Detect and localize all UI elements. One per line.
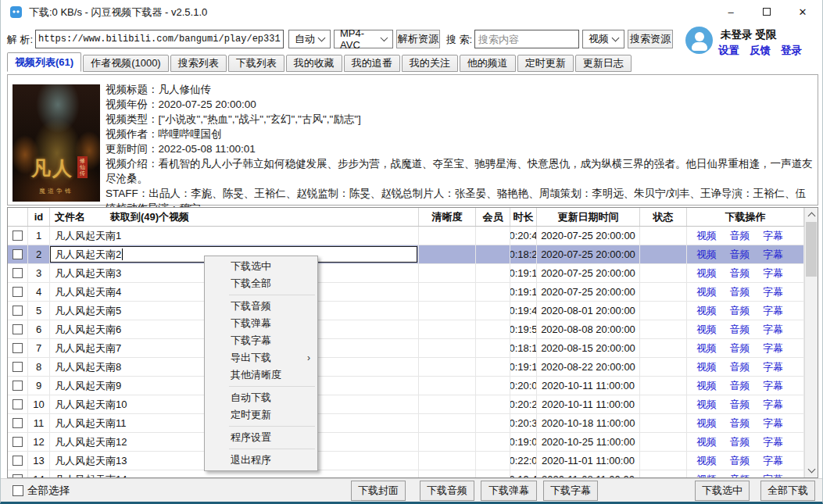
download-subtitle-link[interactable]: 字幕 — [763, 360, 783, 374]
menu-item[interactable]: 程序设置 — [205, 429, 317, 446]
download-audio-link[interactable]: 音频 — [730, 341, 750, 356]
row-checkbox[interactable] — [13, 474, 23, 477]
user-avatar-icon[interactable] — [685, 27, 713, 54]
header-datetime[interactable]: 更新日期时间 — [537, 208, 640, 226]
menu-item[interactable]: 导出下载› — [205, 349, 317, 366]
header-duration[interactable]: 时长 — [510, 208, 537, 226]
download-audio-button[interactable]: 下载音频 — [420, 481, 474, 501]
row-checkbox[interactable] — [13, 437, 23, 447]
row-checkbox[interactable] — [13, 381, 23, 391]
tab-3[interactable]: 下载列表 — [228, 55, 284, 72]
download-video-link[interactable]: 视频 — [696, 323, 717, 337]
maximize-button[interactable] — [749, 0, 785, 23]
format-select[interactable]: MP4-AVC — [334, 30, 393, 48]
row-checkbox[interactable] — [13, 324, 23, 334]
header-quality[interactable]: 清晰度 — [419, 208, 476, 226]
tab-6[interactable]: 我的关注 — [402, 55, 458, 72]
quality-select[interactable]: 自动 — [288, 30, 331, 48]
download-video-link[interactable]: 视频 — [696, 416, 717, 431]
menu-item[interactable]: 其他清晰度 — [205, 366, 317, 384]
download-subtitle-link[interactable]: 字幕 — [763, 229, 783, 243]
tab-8[interactable]: 定时更新 — [517, 55, 574, 72]
scroll-up-button[interactable] — [805, 208, 818, 221]
download-subtitle-link[interactable]: 字幕 — [763, 398, 783, 412]
download-video-link[interactable]: 视频 — [696, 454, 717, 468]
row-checkbox[interactable] — [13, 268, 23, 278]
header-download-ops[interactable]: 下载操作 — [687, 208, 804, 226]
download-video-link[interactable]: 视频 — [696, 304, 717, 318]
download-audio-link[interactable]: 音频 — [730, 360, 750, 374]
download-video-link[interactable]: 视频 — [696, 435, 717, 449]
download-subtitle-link[interactable]: 字幕 — [763, 473, 783, 478]
download-subtitle-link[interactable]: 字幕 — [763, 435, 783, 449]
download-danmaku-button[interactable]: 下载弹幕 — [481, 481, 537, 501]
menu-item[interactable]: 下载全部 — [205, 275, 317, 292]
table-row[interactable]: 10凡人风起天南100:20:22020-10-11 11:00:00视频音频字… — [8, 395, 804, 414]
menu-item[interactable]: 自动下载 — [205, 389, 317, 406]
tab-1[interactable]: 作者视频(1000) — [83, 55, 169, 72]
tab-2[interactable]: 搜索列表 — [170, 55, 227, 72]
download-audio-link[interactable]: 音频 — [730, 454, 750, 468]
menu-item[interactable]: 下载音频 — [205, 298, 317, 315]
row-checkbox[interactable] — [13, 418, 23, 428]
download-video-link[interactable]: 视频 — [696, 229, 717, 243]
minimize-button[interactable]: – — [713, 0, 749, 23]
table-row[interactable]: 7凡人风起天南70:18:12020-08-15 20:00:00视频音频字幕 — [8, 339, 804, 358]
download-video-link[interactable]: 视频 — [696, 248, 717, 262]
menu-item[interactable]: 下载选中 — [205, 258, 317, 275]
table-row[interactable]: 3凡人风起天南30:19:12020-07-25 20:00:00视频音频字幕 — [8, 264, 804, 283]
download-subtitle-link[interactable]: 字幕 — [763, 285, 783, 299]
download-video-link[interactable]: 视频 — [696, 398, 717, 412]
header-filename[interactable]: 文件名 获取到(49)个视频 — [50, 208, 419, 226]
table-row[interactable]: 14凡人风起天南140:19:42020-11-08 11:00:00视频音频字… — [8, 470, 804, 477]
scroll-down-button[interactable] — [805, 464, 818, 477]
table-row[interactable]: 13凡人风起天南130:22:02020-11-01 11:00:00视频音频字… — [8, 452, 804, 470]
select-all-checkbox[interactable] — [13, 485, 23, 496]
tab-9[interactable]: 更新日志 — [575, 55, 632, 72]
feedback-link[interactable]: 反馈 — [750, 44, 771, 58]
download-subtitle-link[interactable]: 字幕 — [763, 266, 783, 281]
row-checkbox[interactable] — [13, 249, 23, 259]
download-audio-link[interactable]: 音频 — [730, 473, 750, 478]
table-row[interactable]: 11凡人风起天南110:20:32020-10-18 11:00:00视频音频字… — [8, 414, 804, 433]
search-type-select[interactable]: 视频 — [582, 30, 624, 48]
download-subtitle-link[interactable]: 字幕 — [763, 248, 783, 262]
tab-4[interactable]: 我的收藏 — [286, 55, 342, 72]
download-audio-link[interactable]: 音频 — [730, 229, 750, 243]
download-audio-link[interactable]: 音频 — [730, 304, 750, 318]
download-video-link[interactable]: 视频 — [696, 473, 717, 478]
tab-5[interactable]: 我的追番 — [344, 55, 400, 72]
login-link[interactable]: 登录 — [781, 44, 802, 58]
download-video-link[interactable]: 视频 — [696, 266, 717, 281]
url-input[interactable] — [35, 30, 284, 48]
table-row[interactable]: 9凡人风起天南90:20:02020-10-11 11:00:00视频音频字幕 — [8, 377, 804, 395]
header-id[interactable]: id — [28, 208, 50, 226]
row-checkbox[interactable] — [13, 287, 23, 297]
download-audio-link[interactable]: 音频 — [730, 323, 750, 337]
download-audio-link[interactable]: 音频 — [730, 248, 750, 262]
download-audio-link[interactable]: 音频 — [730, 379, 750, 393]
search-input[interactable] — [474, 30, 579, 48]
download-video-link[interactable]: 视频 — [696, 379, 717, 393]
download-subtitle-button[interactable]: 下载字幕 — [543, 481, 598, 501]
table-row[interactable]: 2凡人风起天南20:18:22020-07-25 20:00:00视频音频字幕 — [8, 245, 804, 264]
table-row[interactable]: 12凡人风起天南120:19:02020-10-25 11:00:00视频音频字… — [8, 433, 804, 452]
row-checkbox[interactable] — [13, 231, 23, 241]
search-resource-button[interactable]: 搜索资源 — [628, 30, 673, 48]
table-row[interactable]: 4凡人风起天南40:19:12020-07-25 20:00:00视频音频字幕 — [8, 283, 804, 302]
scrollbar-thumb[interactable] — [806, 222, 817, 277]
download-audio-link[interactable]: 音频 — [730, 398, 750, 412]
close-button[interactable]: ✕ — [785, 0, 821, 23]
header-status[interactable]: 状态 — [640, 208, 687, 226]
parse-resource-button[interactable]: 解析资源 — [396, 30, 440, 48]
vertical-scrollbar[interactable] — [804, 208, 818, 477]
download-subtitle-link[interactable]: 字幕 — [763, 304, 783, 318]
table-row[interactable]: 1凡人风起天南10:20:42020-07-25 20:00:00视频音频字幕 — [8, 227, 804, 245]
menu-item[interactable]: 定时更新 — [205, 406, 317, 424]
download-subtitle-link[interactable]: 字幕 — [763, 454, 783, 468]
row-checkbox[interactable] — [13, 456, 23, 466]
row-checkbox[interactable] — [13, 343, 23, 353]
download-cover-button[interactable]: 下载封面 — [351, 481, 406, 501]
download-video-link[interactable]: 视频 — [696, 341, 717, 356]
download-video-link[interactable]: 视频 — [696, 360, 717, 374]
